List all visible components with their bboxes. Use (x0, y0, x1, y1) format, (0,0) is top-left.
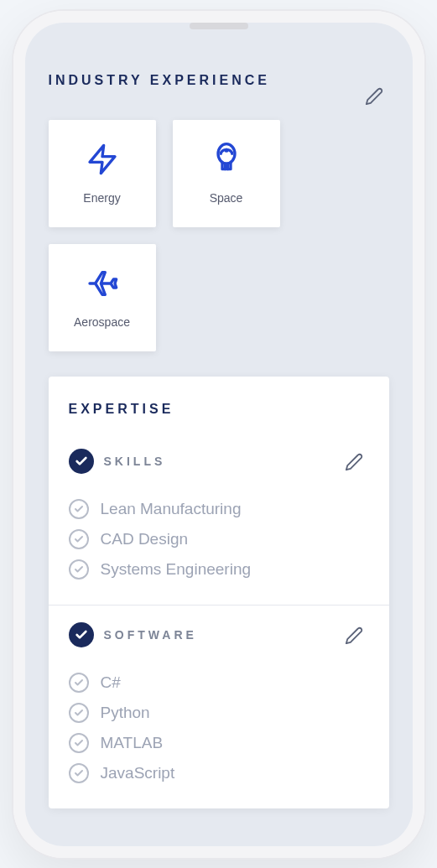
svg-point-2 (226, 149, 227, 151)
industry-card-aerospace[interactable]: Aerospace (49, 244, 156, 351)
expertise-title: Expertise (69, 402, 369, 417)
list-item: C# (69, 673, 369, 693)
svg-marker-0 (90, 145, 115, 173)
check-badge-icon (69, 622, 94, 647)
check-circle-icon (69, 499, 89, 519)
industry-header: Industry Experience (49, 73, 389, 112)
skills-list: Lean Manufacturing CAD Design Systems En… (69, 499, 369, 605)
card-label: Aerospace (74, 315, 130, 329)
check-circle-icon (69, 673, 89, 693)
list-item: Python (69, 703, 369, 723)
industry-card-space[interactable]: Space (173, 120, 280, 227)
software-list: C# Python MATLAB JavaScript (69, 673, 369, 808)
list-item: MATLAB (69, 733, 369, 753)
item-label: MATLAB (101, 734, 164, 752)
phone-frame: Industry Experience Energy (13, 11, 424, 858)
list-item: Lean Manufacturing (69, 499, 369, 519)
card-label: Energy (83, 191, 120, 205)
check-circle-icon (69, 529, 89, 549)
industry-cards: Energy Space (49, 120, 389, 351)
list-item: Systems Engineering (69, 559, 369, 580)
industry-card-energy[interactable]: Energy (49, 120, 156, 227)
edit-industry-button[interactable] (359, 81, 389, 112)
edit-skills-button[interactable] (339, 447, 369, 477)
bolt-icon (86, 143, 119, 176)
pencil-icon (345, 626, 363, 645)
software-subtitle: Software (104, 628, 197, 642)
phone-notch (190, 23, 248, 29)
item-label: JavaScript (101, 764, 175, 782)
edit-software-button[interactable] (339, 621, 369, 651)
list-item: JavaScript (69, 763, 369, 783)
check-circle-icon (69, 733, 89, 753)
astronaut-icon (210, 143, 243, 176)
item-label: C# (101, 673, 121, 692)
check-circle-icon (69, 703, 89, 723)
screen: Industry Experience Energy (25, 23, 413, 846)
list-item: CAD Design (69, 529, 369, 549)
check-circle-icon (69, 559, 89, 580)
pencil-icon (365, 87, 383, 106)
software-header: Software (69, 606, 369, 657)
check-badge-icon (69, 449, 94, 474)
item-label: Lean Manufacturing (101, 500, 242, 518)
item-label: CAD Design (101, 530, 189, 548)
card-label: Space (210, 191, 243, 205)
item-label: Systems Engineering (101, 560, 252, 579)
skills-header: Skills (69, 432, 369, 484)
industry-title: Industry Experience (49, 73, 270, 88)
check-circle-icon (69, 763, 89, 783)
pencil-icon (345, 453, 363, 471)
skills-subtitle: Skills (104, 455, 166, 468)
plane-icon (86, 267, 119, 300)
expertise-panel: Expertise Skills Lean Manufacturing (49, 377, 389, 808)
item-label: Python (101, 704, 150, 722)
